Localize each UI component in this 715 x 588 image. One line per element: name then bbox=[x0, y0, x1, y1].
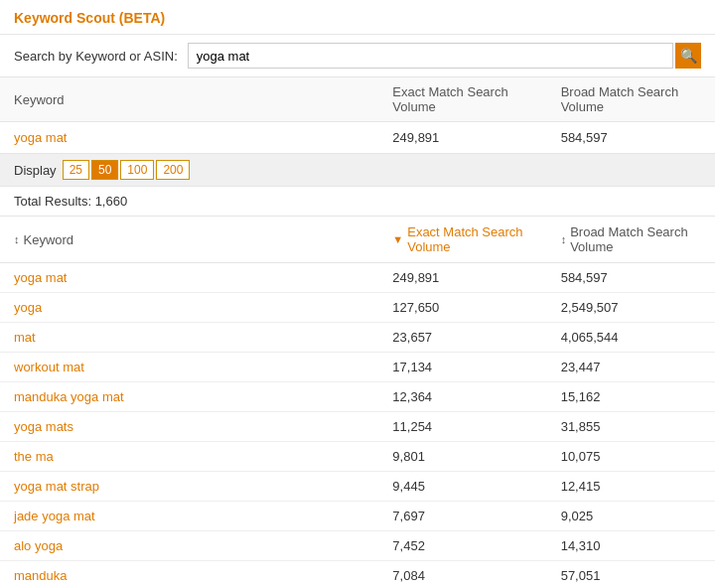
display-label: Display bbox=[14, 163, 57, 178]
results-header-broad[interactable]: ↕ Broad Match Search Volume bbox=[547, 217, 715, 262]
table-row: manduka yoga mat 12,364 15,162 bbox=[0, 382, 715, 412]
results-header-keyword-label: Keyword bbox=[24, 232, 74, 247]
results-header-keyword[interactable]: ↕ Keyword bbox=[0, 224, 378, 255]
row-keyword-link[interactable]: yoga bbox=[14, 300, 42, 315]
summary-keyword-col: yoga mat bbox=[0, 122, 378, 153]
display-100-button[interactable]: 100 bbox=[120, 160, 154, 180]
row-broad-col: 15,162 bbox=[547, 382, 715, 411]
row-keyword-link[interactable]: yoga mat strap bbox=[14, 479, 99, 494]
row-broad-value: 2,549,507 bbox=[561, 300, 619, 315]
row-broad-value: 23,447 bbox=[561, 360, 601, 374]
row-keyword-link[interactable]: yoga mats bbox=[14, 419, 73, 434]
results-header-broad-label: Broad Match Search Volume bbox=[570, 224, 701, 254]
row-exact-col: 9,445 bbox=[378, 472, 546, 501]
row-exact-value: 9,445 bbox=[392, 479, 425, 494]
search-input[interactable] bbox=[188, 43, 673, 69]
row-keyword-link[interactable]: manduka bbox=[14, 568, 67, 583]
display-bar: Display 25 50 100 200 bbox=[0, 154, 715, 187]
row-keyword-link[interactable]: the ma bbox=[14, 449, 54, 464]
row-broad-col: 2,549,507 bbox=[547, 293, 715, 322]
row-broad-value: 12,415 bbox=[561, 479, 601, 494]
col-header-broad: Broad Match Search Volume bbox=[547, 77, 715, 121]
row-keyword-col: jade yoga mat bbox=[0, 502, 378, 530]
row-exact-col: 12,364 bbox=[378, 382, 546, 411]
total-results: Total Results: 1,660 bbox=[0, 187, 715, 217]
row-broad-col: 12,415 bbox=[547, 472, 715, 501]
search-icon: 🔍 bbox=[680, 48, 697, 64]
summary-keyword-link[interactable]: yoga mat bbox=[14, 130, 67, 145]
row-exact-col: 7,084 bbox=[378, 561, 546, 588]
row-broad-col: 14,310 bbox=[547, 531, 715, 560]
row-keyword-link[interactable]: mat bbox=[14, 330, 36, 345]
row-broad-col: 10,075 bbox=[547, 442, 715, 471]
row-exact-col: 249,891 bbox=[378, 263, 546, 292]
table-row: jade yoga mat 7,697 9,025 bbox=[0, 502, 715, 531]
summary-broad-col: 584,597 bbox=[547, 122, 715, 153]
row-keyword-link[interactable]: alo yoga bbox=[14, 538, 63, 553]
row-keyword-link[interactable]: jade yoga mat bbox=[14, 509, 95, 523]
row-broad-value: 10,075 bbox=[561, 449, 601, 464]
row-exact-value: 7,452 bbox=[392, 538, 425, 553]
row-keyword-link[interactable]: workout mat bbox=[14, 360, 84, 374]
row-broad-value: 15,162 bbox=[561, 389, 601, 404]
row-keyword-col: yoga mat strap bbox=[0, 472, 378, 501]
row-keyword-col: manduka bbox=[0, 561, 378, 588]
row-exact-col: 11,254 bbox=[378, 412, 546, 441]
row-keyword-col: mat bbox=[0, 323, 378, 352]
row-broad-value: 31,855 bbox=[561, 419, 601, 434]
col-header-keyword: Keyword bbox=[0, 85, 378, 114]
search-bar: Search by Keyword or ASIN: 🔍 bbox=[0, 35, 715, 77]
table-row: yoga mat 249,891 584,597 bbox=[0, 263, 715, 293]
row-keyword-link[interactable]: yoga mat bbox=[14, 270, 67, 285]
row-broad-col: 584,597 bbox=[547, 263, 715, 292]
row-broad-value: 14,310 bbox=[561, 538, 601, 553]
results-header-exact-label: Exact Match Search Volume bbox=[407, 224, 532, 254]
display-200-button[interactable]: 200 bbox=[156, 160, 190, 180]
table-row: the ma 9,801 10,075 bbox=[0, 442, 715, 472]
row-keyword-col: alo yoga bbox=[0, 531, 378, 560]
row-broad-col: 57,051 bbox=[547, 561, 715, 588]
table-row: yoga mat strap 9,445 12,415 bbox=[0, 472, 715, 502]
summary-exact-col: 249,891 bbox=[378, 122, 546, 153]
row-keyword-col: yoga bbox=[0, 293, 378, 322]
row-exact-value: 249,891 bbox=[392, 270, 439, 285]
row-exact-value: 12,364 bbox=[392, 389, 432, 404]
table-row: workout mat 17,134 23,447 bbox=[0, 353, 715, 382]
row-keyword-link[interactable]: manduka yoga mat bbox=[14, 389, 124, 404]
display-25-button[interactable]: 25 bbox=[63, 160, 89, 180]
table-row: mat 23,657 4,065,544 bbox=[0, 323, 715, 353]
table-row: manduka 7,084 57,051 bbox=[0, 561, 715, 588]
row-broad-value: 57,051 bbox=[561, 568, 601, 583]
table-row: yoga 127,650 2,549,507 bbox=[0, 293, 715, 323]
row-broad-value: 584,597 bbox=[561, 270, 608, 285]
row-keyword-col: yoga mats bbox=[0, 412, 378, 441]
summary-row: yoga mat 249,891 584,597 bbox=[0, 122, 715, 154]
search-label: Search by Keyword or ASIN: bbox=[14, 49, 178, 64]
row-exact-value: 127,650 bbox=[392, 300, 439, 315]
row-exact-value: 11,254 bbox=[392, 419, 432, 434]
row-exact-col: 9,801 bbox=[378, 442, 546, 471]
search-button[interactable]: 🔍 bbox=[675, 43, 701, 69]
row-exact-col: 7,452 bbox=[378, 531, 546, 560]
table-row: yoga mats 11,254 31,855 bbox=[0, 412, 715, 442]
row-exact-col: 17,134 bbox=[378, 353, 546, 381]
row-exact-col: 23,657 bbox=[378, 323, 546, 352]
row-broad-col: 31,855 bbox=[547, 412, 715, 441]
row-exact-value: 7,084 bbox=[392, 568, 425, 583]
row-exact-col: 127,650 bbox=[378, 293, 546, 322]
display-50-button[interactable]: 50 bbox=[91, 160, 118, 180]
data-rows-container: yoga mat 249,891 584,597 yoga 127,650 2,… bbox=[0, 263, 715, 588]
row-broad-value: 9,025 bbox=[561, 509, 594, 523]
results-header-exact[interactable]: ▼ Exact Match Search Volume bbox=[378, 217, 546, 262]
summary-header: Keyword Exact Match Search Volume Broad … bbox=[0, 77, 715, 122]
row-broad-col: 23,447 bbox=[547, 353, 715, 381]
row-exact-col: 7,697 bbox=[378, 502, 546, 530]
col-header-exact: Exact Match Search Volume bbox=[378, 77, 546, 121]
broad-sort-icon: ↕ bbox=[561, 233, 567, 245]
row-broad-col: 4,065,544 bbox=[547, 323, 715, 352]
row-broad-col: 9,025 bbox=[547, 502, 715, 530]
row-keyword-col: manduka yoga mat bbox=[0, 382, 378, 411]
row-broad-value: 4,065,544 bbox=[561, 330, 619, 345]
row-keyword-col: the ma bbox=[0, 442, 378, 471]
summary-broad-value: 584,597 bbox=[561, 130, 608, 145]
